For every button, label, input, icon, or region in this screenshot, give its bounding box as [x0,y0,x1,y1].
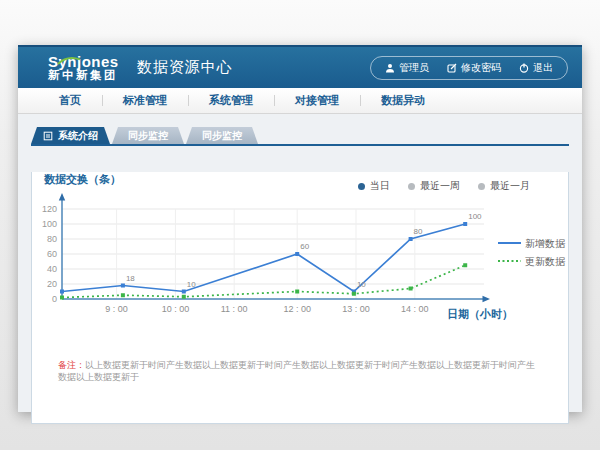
y-tick-label: 60 [47,249,57,259]
data-point [121,284,125,288]
line-chart: 0204060801001209 : 0010 : 0011 : 0012 : … [32,191,567,326]
footnote: 备注：以上数据更新于时间产生数据以上数据更新于时间产生数据以上数据更新于时间产生… [32,360,568,383]
user-button[interactable]: 管理员 [385,61,429,75]
data-point-label: 10 [187,280,196,289]
radio-last-month[interactable]: 最近一月 [478,179,530,193]
x-tick-label: 9 : 00 [105,304,128,314]
legend-item[interactable]: 更新数据 [525,256,566,267]
user-menu: 管理员 修改密码 退出 [370,56,568,80]
logo-leaf-icon [57,57,81,66]
x-tick-label: 10 : 00 [162,304,190,314]
data-point [60,290,64,294]
user-icon [385,63,395,73]
data-point [409,237,413,241]
app-header: Synjones 新中新集团 数据资源中心 管理员 [18,45,582,88]
data-point [352,292,356,296]
data-point [463,222,467,226]
page-title: 数据资源中心 [137,58,233,77]
radio-today[interactable]: 当日 [358,179,390,193]
nav-item-home[interactable]: 首页 [38,88,102,113]
radio-dot-icon [358,183,365,190]
edit-icon [447,63,457,73]
tab-label: 同步监控 [202,129,242,143]
radio-dot-icon [408,183,415,190]
data-point [60,296,64,300]
logo-text: Synjones [48,54,119,70]
desktop-background: Synjones 新中新集团 数据资源中心 管理员 [0,0,600,450]
tab-label: 系统介绍 [58,129,98,143]
data-point [121,293,125,297]
data-point [409,287,413,291]
data-point [463,263,467,267]
x-tick-label: 13 : 00 [342,304,370,314]
data-point [182,290,186,294]
series-line [62,224,465,292]
x-tick-label: 12 : 00 [283,304,311,314]
y-tick-label: 0 [52,294,57,304]
tab-system-intro[interactable]: 系统介绍 [31,127,110,144]
data-point-label: 60 [300,242,309,251]
nav-item-integration-mgmt[interactable]: 对接管理 [274,88,360,113]
radio-label: 最近一周 [420,179,460,193]
brand-logo: Synjones 新中新集团 [48,54,119,82]
y-tick-label: 80 [47,234,57,244]
radio-dot-icon [478,183,485,190]
footnote-text: 以上数据更新于时间产生数据以上数据更新于时间产生数据以上数据更新于时间产生数据以… [58,360,535,382]
x-axis-title: 日期（小时） [447,308,513,321]
data-point-label: 100 [468,212,482,221]
footnote-label: 备注： [58,360,85,370]
legend-item[interactable]: 新增数据 [525,238,566,249]
data-point [295,290,299,294]
main-content: 系统介绍 同步监控 同步监控 当日 最近一周 [18,114,582,424]
nav-item-standard-mgmt[interactable]: 标准管理 [102,88,188,113]
change-password-button[interactable]: 修改密码 [447,61,501,75]
logo-subtext: 新中新集团 [48,69,119,81]
tab-sync-monitor-1[interactable]: 同步监控 [112,127,184,144]
data-point [295,252,299,256]
x-axis-arrow-icon [483,296,491,302]
radio-last-week[interactable]: 最近一周 [408,179,460,193]
tab-bar: 系统介绍 同步监控 同步监控 [31,127,569,146]
logout-button[interactable]: 退出 [519,61,553,75]
nav-item-system-mgmt[interactable]: 系统管理 [188,88,274,113]
user-label: 管理员 [399,61,429,75]
x-tick-label: 11 : 00 [221,304,248,314]
tab-label: 同步监控 [128,129,168,143]
y-tick-label: 100 [42,219,57,229]
data-point-label: 10 [357,280,366,289]
series-line [62,265,465,297]
y-axis-arrow-icon [59,193,65,201]
y-tick-label: 40 [47,264,57,274]
logout-label: 退出 [533,61,553,75]
power-icon [519,63,529,73]
change-password-label: 修改密码 [461,61,501,75]
y-tick-label: 20 [47,279,57,289]
nav-item-data-changes[interactable]: 数据异动 [360,88,446,113]
data-point-label: 80 [414,227,423,236]
data-point [182,295,186,299]
document-icon [43,131,53,141]
app-window: Synjones 新中新集团 数据资源中心 管理员 [18,45,582,412]
x-tick-label: 14 : 00 [401,304,429,314]
chart-panel: 当日 最近一周 最近一月 数据交换（条） 0204060801001209 : … [31,172,569,424]
radio-label: 当日 [370,179,390,193]
main-nav: 首页 标准管理 系统管理 对接管理 数据异动 [18,88,582,114]
data-point-label: 18 [126,274,135,283]
y-tick-label: 120 [42,204,57,214]
radio-label: 最近一月 [490,179,530,193]
time-range-filter: 当日 最近一周 最近一月 [358,179,530,193]
tab-sync-monitor-2[interactable]: 同步监控 [186,127,258,144]
